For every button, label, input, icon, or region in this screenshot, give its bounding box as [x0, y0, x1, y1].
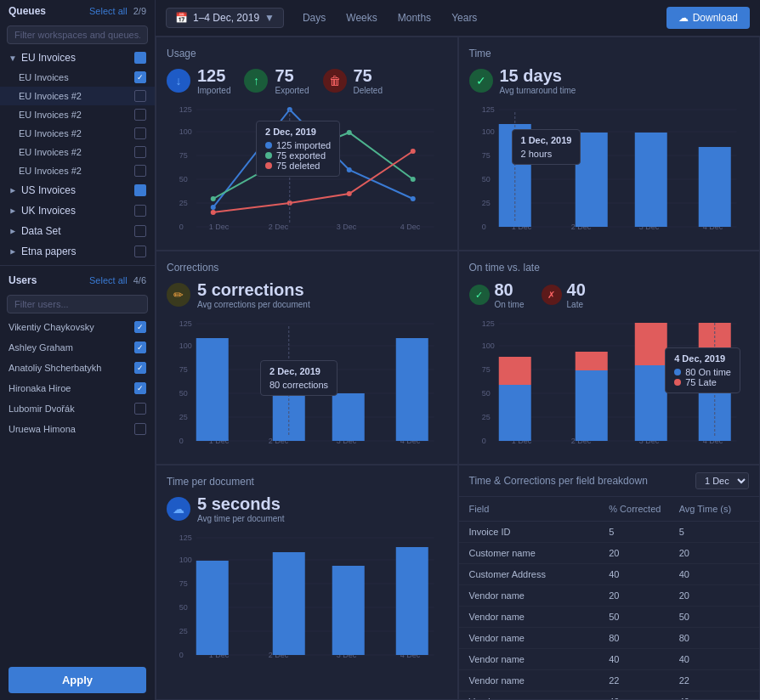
time-per-doc-stat: ☁ 5 seconds Avg time per document: [167, 494, 447, 523]
queue-item-eu-invoices-2[interactable]: EU Invoices #2: [0, 87, 155, 105]
svg-text:0: 0: [481, 437, 485, 445]
user-item-ashley[interactable]: Ashley Graham: [0, 337, 155, 358]
ontime-chart: 0 25 50 75 100 125 1 Dec 2 Dec 3 Dec 4 D…: [469, 318, 750, 454]
corrections-sublabel: Avg corrections per document: [197, 300, 310, 309]
download-button[interactable]: ☁ Download: [666, 7, 750, 29]
queue-item-eu-invoices-3[interactable]: EU Invoices #2: [0, 105, 155, 124]
panels-grid: Usage ↓ 125 Imported ↑ 75 Exported: [156, 37, 760, 700]
svg-text:75: 75: [481, 365, 490, 374]
usage-title: Usage: [167, 48, 447, 59]
svg-text:100: 100: [481, 127, 494, 136]
tab-days[interactable]: Days: [294, 8, 334, 27]
svg-point-18: [347, 167, 352, 172]
uk-invoices-label: UK Invoices: [21, 205, 134, 217]
user-item-lubomir[interactable]: Lubomir Dvořák: [0, 398, 155, 419]
usage-chart-svg: 0 25 50 75 100 125 1 Dec 2 Dec 3: [167, 104, 447, 231]
user-item-hironaka[interactable]: Hironaka Hiroe: [0, 378, 155, 398]
svg-point-23: [411, 177, 416, 182]
ontime-title: On time vs. late: [469, 262, 750, 274]
corrections-chart: 0 25 50 75 100 125 1 Dec 2 Dec 3 Dec 4 D…: [167, 318, 447, 454]
queue-item-eu-invoices-4[interactable]: EU Invoices #2: [0, 124, 155, 143]
table-top: Time & Corrections per field breakdown 1…: [459, 466, 760, 497]
queue-item-eu-invoices-6-checkbox[interactable]: [134, 165, 146, 177]
queue-item-eu-invoices-1[interactable]: EU Invoices: [0, 68, 155, 87]
us-invoices-group-header[interactable]: ▼ US Invoices: [0, 180, 155, 200]
svg-text:50: 50: [179, 175, 188, 183]
time-title: Time: [469, 48, 750, 59]
user-hironaka-checkbox[interactable]: [134, 382, 146, 394]
svg-rect-92: [634, 323, 666, 365]
user-item-anatoliy[interactable]: Anatoliy Shcherbatykh: [0, 358, 155, 378]
etna-arrow: ▼: [8, 247, 17, 256]
svg-text:3 Dec: 3 Dec: [337, 223, 357, 231]
svg-text:1 Dec: 1 Dec: [209, 223, 230, 231]
time-chart: 0 25 50 75 100 125 1 Dec 2 Dec 3 Dec 4 D…: [469, 104, 750, 240]
eu-invoices-group-header[interactable]: ▼ EU Invoices: [0, 48, 155, 68]
queue-item-eu-invoices-5[interactable]: EU Invoices #2: [0, 143, 155, 161]
svg-text:125: 125: [179, 533, 192, 542]
apply-button[interactable]: Apply: [9, 667, 146, 693]
user-item-uruewa[interactable]: Uruewa Himona: [0, 419, 155, 439]
tab-months[interactable]: Months: [389, 8, 440, 27]
time-per-doc-number: 5 seconds: [197, 494, 285, 514]
dataset-checkbox[interactable]: [134, 225, 146, 237]
queue-item-eu-invoices-4-checkbox[interactable]: [134, 127, 146, 139]
user-search-container: [0, 291, 155, 317]
time-chart-svg: 0 25 50 75 100 125 1 Dec 2 Dec 3 Dec 4 D…: [469, 104, 750, 231]
user-lubomir-checkbox[interactable]: [134, 403, 146, 415]
us-invoices-checkbox[interactable]: [134, 184, 146, 196]
dataset-group-header[interactable]: ▼ Data Set: [0, 221, 155, 241]
users-select-all[interactable]: Select all 4/6: [89, 275, 146, 285]
user-vikentiy-checkbox[interactable]: [134, 321, 146, 333]
svg-rect-68: [332, 393, 365, 441]
col-field-header: Field: [469, 504, 610, 514]
svg-text:75: 75: [179, 579, 188, 588]
time-panel: Time ✓ 15 days Avg turnaround time 0 25 …: [458, 37, 761, 251]
queue-item-eu-invoices-3-checkbox[interactable]: [134, 109, 146, 121]
svg-rect-48: [698, 147, 730, 227]
etna-checkbox[interactable]: [134, 246, 146, 257]
user-search-input[interactable]: [7, 295, 148, 313]
svg-point-19: [411, 196, 416, 201]
users-list: Vikentiy Chaykovsky Ashley Graham Anatol…: [0, 317, 155, 660]
user-anatoliy-checkbox[interactable]: [134, 362, 146, 374]
imported-icon: ↓: [167, 69, 190, 93]
uk-invoices-checkbox[interactable]: [134, 205, 146, 217]
queue-search-input[interactable]: [7, 25, 148, 44]
tab-weeks[interactable]: Weeks: [337, 8, 385, 27]
table-row: Vendor name2222: [459, 670, 760, 692]
svg-text:125: 125: [481, 319, 494, 328]
time-per-doc-chart-svg: 0 25 50 75 100 125 1 Dec 2 Dec 3 Dec 4 D…: [167, 532, 447, 659]
time-per-doc-icon: ☁: [167, 497, 190, 521]
date-picker[interactable]: 📅 1–4 Dec, 2019 ▼: [166, 8, 284, 28]
user-item-vikentiy[interactable]: Vikentiy Chaykovsky: [0, 317, 155, 337]
svg-rect-47: [634, 133, 666, 227]
tab-years[interactable]: Years: [443, 8, 485, 27]
user-ashley-checkbox[interactable]: [134, 342, 146, 353]
user-uruewa-checkbox[interactable]: [134, 423, 146, 435]
svg-point-22: [347, 130, 352, 135]
queue-item-eu-invoices-2-checkbox[interactable]: [134, 90, 146, 102]
queue-item-eu-invoices-5-checkbox[interactable]: [134, 146, 146, 158]
svg-text:75: 75: [179, 365, 188, 374]
date-select[interactable]: 1 Dec 2 Dec 3 Dec 4 Dec: [695, 472, 749, 489]
svg-rect-114: [332, 566, 365, 655]
ontime-stat: ✓ 80 On time: [469, 280, 525, 309]
queue-item-eu-invoices-1-checkbox[interactable]: [134, 71, 146, 83]
etna-group-header[interactable]: ▼ Etna papers: [0, 241, 155, 262]
queues-select-all[interactable]: Select all 2/9: [89, 6, 146, 16]
queue-item-eu-invoices-6[interactable]: EU Invoices #2: [0, 161, 155, 180]
svg-rect-90: [575, 352, 607, 370]
table-row: Customer name2020: [459, 543, 760, 564]
eu-invoices-checkbox[interactable]: [134, 52, 146, 64]
col-corrected-header: % Corrected: [609, 504, 678, 514]
calendar-icon: 📅: [175, 12, 188, 24]
svg-rect-115: [396, 547, 428, 655]
dataset-label: Data Set: [21, 225, 134, 237]
uk-invoices-group-header[interactable]: ▼ UK Invoices: [0, 200, 155, 221]
table-row: Vendor name4040: [459, 692, 760, 700]
svg-rect-89: [575, 370, 607, 441]
late-stat: ✗ 40 Late: [542, 280, 586, 309]
time-stat: ✓ 15 days Avg turnaround time: [469, 66, 750, 95]
svg-text:100: 100: [179, 127, 192, 136]
